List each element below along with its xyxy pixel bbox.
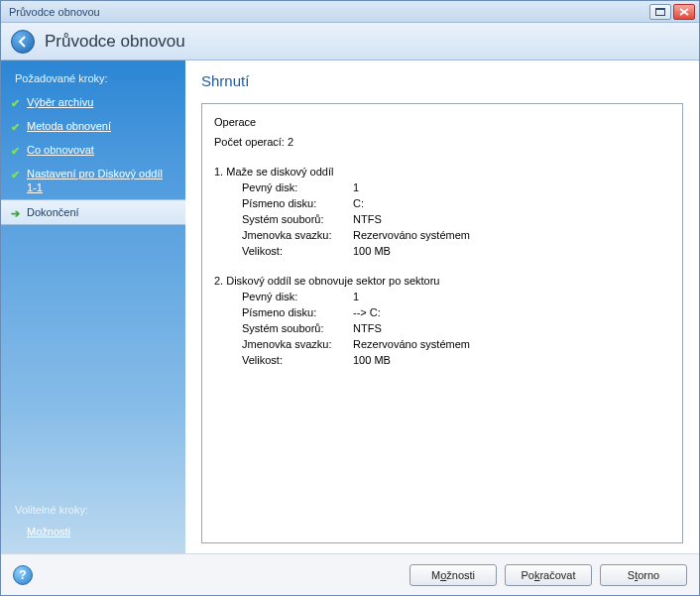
row-value: 1 (353, 179, 359, 195)
sidebar-spacer (1, 225, 185, 500)
row-value: NTFS (353, 211, 382, 227)
step-finish[interactable]: ➔ Dokončení (1, 199, 185, 225)
step-partition-settings[interactable]: ✔ Nastavení pro Diskový oddíl 1-1 (1, 162, 185, 199)
options-button[interactable]: Možnosti (409, 564, 497, 586)
maximize-button[interactable] (649, 4, 671, 20)
operation-row: Velikost:100 MB (214, 243, 670, 259)
row-key: Písmeno disku: (242, 304, 353, 320)
close-button[interactable] (673, 4, 695, 20)
row-key: Písmeno disku: (242, 195, 353, 211)
check-icon: ✔ (11, 168, 21, 178)
check-icon: ✔ (11, 144, 21, 154)
row-key: Jmenovka svazku: (242, 336, 353, 352)
row-key: Pevný disk: (242, 289, 353, 304)
close-icon (679, 8, 689, 16)
page-title: Průvodce obnovou (45, 32, 185, 52)
footer: ? Možnosti Pokračovat Storno (1, 553, 699, 595)
step-label: Dokončení (27, 206, 79, 218)
step-label: Co obnovovat (27, 144, 94, 156)
operations-list: 1. Maže se diskový oddílPevný disk:1Písm… (214, 164, 670, 368)
step-select-archive[interactable]: ✔ Výběr archivu (1, 90, 185, 114)
optional-step-options[interactable]: Možnosti (1, 522, 185, 543)
row-value: --> C: (353, 304, 381, 320)
sidebar: Požadované kroky: ✔ Výběr archivu ✔ Meto… (1, 60, 185, 553)
row-key: Systém souborů: (242, 211, 353, 227)
button-text: Pokračovat (521, 569, 575, 581)
operation-heading: 1. Maže se diskový oddíl (214, 164, 670, 179)
operation-block: 1. Maže se diskový oddílPevný disk:1Písm… (214, 164, 670, 259)
button-text: Možnosti (431, 569, 475, 581)
step-recovery-method[interactable]: ✔ Metoda obnovení (1, 114, 185, 138)
operation-row: Písmeno disku:--> C: (214, 304, 670, 320)
window-title: Průvodce obnovou (5, 6, 649, 18)
operation-row: Pevný disk:1 (214, 289, 670, 304)
operation-heading: 2. Diskový oddíl se obnovuje sektor po s… (214, 273, 670, 289)
operation-row: Systém souborů:NTFS (214, 211, 670, 227)
active-step-arrow-icon: ➔ (11, 206, 20, 220)
row-value: NTFS (353, 320, 382, 336)
operations-heading: Operace (214, 114, 670, 130)
row-key: Systém souborů: (242, 320, 353, 336)
summary-title: Shrnutí (201, 72, 683, 89)
step-label: Nastavení pro Diskový oddíl 1-1 (27, 168, 163, 193)
operation-row: Jmenovka svazku:Rezervováno systémem (214, 336, 670, 352)
row-value: C: (353, 195, 364, 211)
main-content: Shrnutí Operace Počet operací: 2 1. Maže… (185, 60, 699, 553)
step-label: Metoda obnovení (27, 120, 111, 132)
back-arrow-icon (16, 35, 30, 49)
row-value: Rezervováno systémem (353, 227, 470, 243)
help-button[interactable]: ? (13, 565, 33, 585)
operation-row: Systém souborů:NTFS (214, 320, 670, 336)
row-value: Rezervováno systémem (353, 336, 470, 352)
help-icon: ? (19, 568, 26, 582)
step-label: Výběr archivu (27, 96, 93, 108)
back-button[interactable] (11, 30, 35, 54)
operation-row: Pevný disk:1 (214, 179, 670, 195)
header: Průvodce obnovou (1, 23, 699, 60)
button-text: Storno (628, 569, 659, 581)
row-key: Pevný disk: (242, 179, 353, 195)
check-icon: ✔ (11, 120, 21, 130)
wizard-window: Průvodce obnovou Průvodce obnovou Požado… (0, 0, 700, 596)
operation-row: Jmenovka svazku:Rezervováno systémem (214, 227, 670, 243)
operation-row: Velikost:100 MB (214, 352, 670, 368)
titlebar-controls (649, 4, 695, 20)
row-key: Jmenovka svazku: (242, 227, 353, 243)
maximize-icon (655, 8, 665, 16)
step-what-to-recover[interactable]: ✔ Co obnovovat (1, 138, 185, 162)
body: Požadované kroky: ✔ Výběr archivu ✔ Meto… (1, 60, 699, 553)
continue-button[interactable]: Pokračovat (505, 564, 592, 586)
summary-box: Operace Počet operací: 2 1. Maže se disk… (201, 103, 683, 543)
operations-count: Počet operací: 2 (214, 134, 670, 150)
required-steps-heading: Požadované kroky: (1, 68, 185, 90)
operation-block: 2. Diskový oddíl se obnovuje sektor po s… (214, 273, 670, 368)
row-value: 1 (353, 289, 359, 304)
optional-steps-heading: Volitelné kroky: (1, 500, 185, 522)
operation-row: Písmeno disku:C: (214, 195, 670, 211)
row-key: Velikost: (242, 352, 353, 368)
cancel-button[interactable]: Storno (600, 564, 687, 586)
titlebar: Průvodce obnovou (1, 1, 699, 23)
row-value: 100 MB (353, 243, 391, 259)
check-icon: ✔ (11, 96, 21, 106)
row-key: Velikost: (242, 243, 353, 259)
row-value: 100 MB (353, 352, 391, 368)
optional-step-label: Možnosti (27, 526, 70, 537)
